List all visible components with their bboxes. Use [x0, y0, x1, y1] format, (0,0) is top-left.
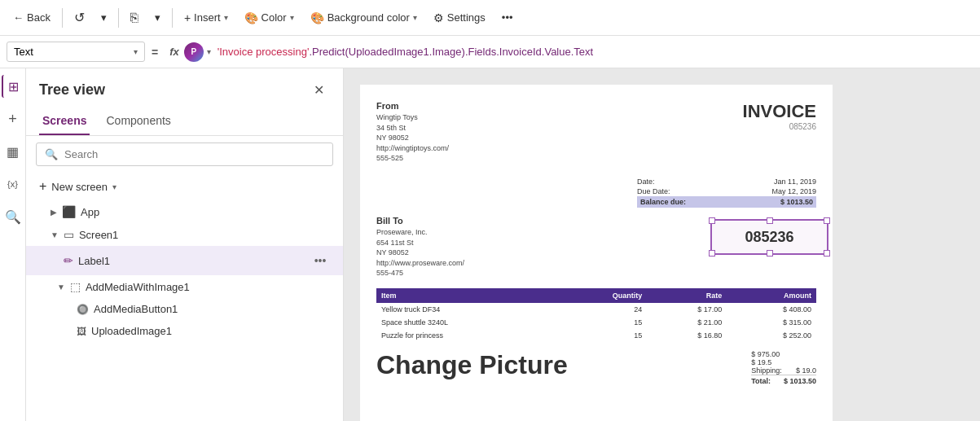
tree-item-addmediabutton1[interactable]: 🔘 AddMediaButton1 — [26, 298, 343, 320]
item-2-rate: $ 21.00 — [647, 316, 727, 329]
tab-components[interactable]: Components — [103, 107, 174, 135]
bg-color-button[interactable]: 🎨 Background color ▾ — [304, 8, 424, 28]
tree-item-uploadedimage1[interactable]: 🖼 UploadedImage1 — [26, 320, 343, 342]
tree-item-addmediawithimage1[interactable]: ▼ ⬚ AddMediaWithImage1 — [26, 275, 343, 298]
divider-1 — [62, 8, 63, 28]
tax-value: $ 19.5 — [751, 358, 771, 366]
layers-icon: ⊞ — [8, 79, 19, 94]
tab-screens[interactable]: Screens — [39, 107, 90, 135]
paste-button[interactable]: ⎘ — [124, 7, 145, 29]
total-value: $ 1013.50 — [784, 377, 816, 385]
search-input[interactable] — [64, 148, 324, 160]
bill-phone: 555-475 — [376, 268, 816, 278]
search-magnifier-icon: 🔍 — [45, 148, 58, 160]
grid-icon-btn[interactable]: ▦ — [2, 140, 24, 163]
item-2-name: Space shuttle 3240L — [376, 316, 555, 329]
back-button[interactable]: ← Back — [7, 8, 57, 27]
tree-item-label1[interactable]: ✏ Label1 ••• — [26, 246, 343, 275]
formula-input[interactable]: 'Invoice processing'.Predict(UploadedIma… — [211, 42, 973, 61]
bg-color-chevron-icon: ▾ — [413, 13, 417, 22]
col-rate: Rate — [647, 288, 727, 303]
image-icon: 🖼 — [77, 326, 86, 337]
variables-icon-btn[interactable]: {x} — [2, 173, 24, 195]
uploadedimage1-label: UploadedImage1 — [91, 325, 330, 337]
settings-label: Settings — [447, 11, 486, 24]
handle-tr[interactable] — [824, 217, 830, 224]
due-date-row: Due Date: May 12, 2019 — [637, 186, 816, 196]
balance-row: Balance due: $ 1013.50 — [637, 196, 816, 208]
handle-br[interactable] — [824, 250, 830, 257]
invoice-table-body: Yellow truck DF34 24 $ 17.00 $ 408.00 Sp… — [376, 303, 816, 342]
grid-icon: ▦ — [7, 144, 19, 160]
handle-tm[interactable] — [767, 217, 773, 224]
paste-dropdown-button[interactable]: ▾ — [148, 8, 167, 27]
handle-tl[interactable] — [709, 217, 715, 224]
main-area: ⊞ + ▦ {x} 🔍 Tree view ✕ Screens Componen… — [0, 68, 980, 421]
item-3-qty: 15 — [555, 329, 647, 342]
new-screen-button[interactable]: + New screen ▾ — [26, 173, 343, 200]
bg-color-icon: 🎨 — [310, 11, 324, 24]
paste-icon: ⎘ — [130, 11, 138, 25]
label1-more-button[interactable]: ••• — [310, 251, 330, 270]
selection-box[interactable]: 085236 — [710, 219, 828, 255]
shipping-value: $ 19.0 — [796, 366, 816, 375]
item-1-qty: 24 — [555, 303, 647, 316]
item-2-qty: 15 — [555, 316, 647, 329]
invoice-bottom: Change Picture $ 975.00 $ 19.5 Shipping:… — [376, 350, 816, 385]
col-quantity: Quantity — [555, 288, 647, 303]
screen1-chevron-icon: ▼ — [51, 230, 59, 239]
handle-bl[interactable] — [709, 250, 715, 257]
layers-icon-btn[interactable]: ⊞ — [2, 75, 24, 98]
tree-item-app[interactable]: ▶ ⬛ App — [26, 200, 343, 223]
divider-2 — [118, 8, 119, 28]
property-select[interactable]: Text ▾ — [7, 42, 145, 62]
tree-title: Tree view — [39, 81, 105, 99]
total-row: Total: $ 1013.50 — [751, 375, 816, 385]
color-button[interactable]: 🎨 Color ▾ — [238, 8, 301, 28]
app-icon: ⬛ — [62, 205, 76, 218]
settings-button[interactable]: ⚙ Settings — [427, 8, 492, 28]
bill-website: http://www.proseware.com/ — [376, 258, 816, 269]
undo-icon: ↺ — [74, 10, 85, 25]
addmedia-chevron-icon: ▼ — [57, 283, 65, 292]
app-chevron-icon: ▶ — [51, 208, 57, 217]
search-icon-btn[interactable]: 🔍 — [2, 205, 24, 228]
tree-close-button[interactable]: ✕ — [307, 78, 330, 101]
undo-dropdown-button[interactable]: ▾ — [94, 8, 113, 27]
company-name: Wingtip Toys — [376, 112, 449, 123]
app-label: App — [81, 206, 330, 218]
new-screen-chevron-icon: ▾ — [112, 182, 116, 191]
col-amount: Amount — [727, 288, 816, 303]
address2: NY 98052 — [376, 133, 449, 143]
handle-bm[interactable] — [767, 250, 773, 257]
item-1-rate: $ 17.00 — [647, 303, 727, 316]
more-button[interactable]: ••• — [495, 8, 520, 27]
tree-item-screen1[interactable]: ▼ ▭ Screen1 — [26, 223, 343, 246]
col-item: Item — [376, 288, 555, 303]
button-icon: 🔘 — [77, 304, 89, 315]
formula-bar: Text ▾ = fx P ▾ 'Invoice processing'.Pre… — [0, 36, 980, 68]
equals-sign: = — [145, 46, 165, 59]
screen1-label: Screen1 — [79, 229, 330, 241]
search-icon: 🔍 — [5, 209, 21, 225]
addmediawithimage1-label: AddMediaWithImage1 — [86, 281, 330, 293]
invoice-title: INVOICE — [743, 101, 816, 122]
item-2-amount: $ 315.00 — [727, 316, 816, 329]
formula-string: 'Invoice processing' — [218, 46, 310, 58]
date-label: Date: — [637, 178, 655, 186]
media-icon: ⬚ — [70, 280, 81, 293]
more-icon: ••• — [502, 11, 513, 24]
item-3-amount: $ 252.00 — [727, 329, 816, 342]
left-sidebar-icons: ⊞ + ▦ {x} 🔍 — [0, 68, 26, 421]
insert-chevron-icon: ▾ — [224, 13, 228, 22]
item-1-amount: $ 408.00 — [727, 303, 816, 316]
add-icon-btn[interactable]: + — [2, 107, 24, 130]
new-screen-plus-icon: + — [39, 179, 46, 194]
invoice-header: From Wingtip Toys 34 5th St NY 98052 htt… — [376, 101, 816, 164]
settings-gear-icon: ⚙ — [433, 11, 444, 24]
invoice-dates: Date: Jan 11, 2019 Due Date: May 12, 201… — [637, 177, 816, 208]
back-arrow-icon: ← — [13, 11, 24, 24]
undo-button[interactable]: ↺ — [68, 7, 91, 29]
tree-tabs: Screens Components — [26, 107, 343, 136]
insert-button[interactable]: + Insert ▾ — [178, 8, 235, 28]
